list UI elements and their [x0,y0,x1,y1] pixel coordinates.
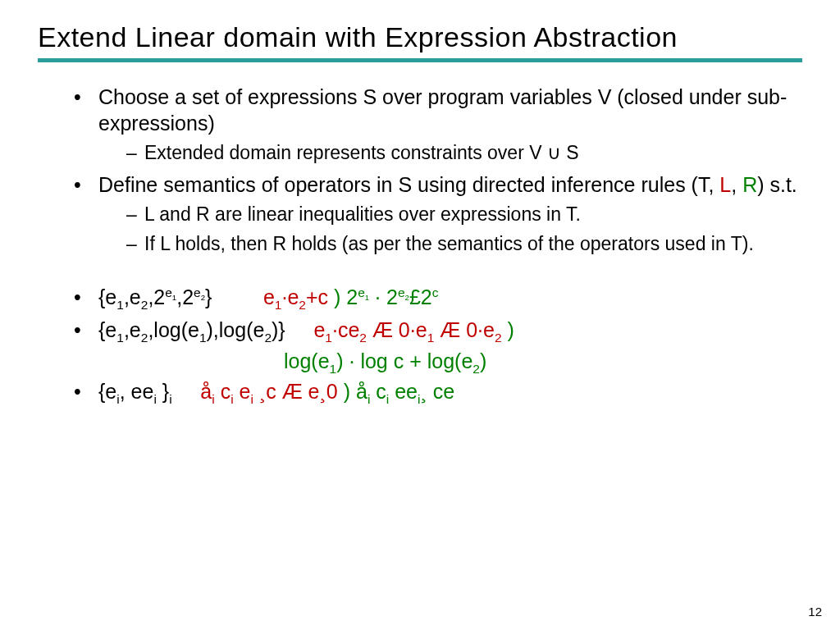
ex2-rhs: log(e1) · log c + log(e2) [284,349,802,373]
slide-title: Extend Linear domain with Expression Abs… [38,21,802,53]
example-list: {e1,e2,2e1,2e2} e1·e2+c ) 2e1 · 2e2£2c {… [74,284,802,343]
sub-bullet-1-1: Extended domain represents constraints o… [126,141,802,165]
ex3-lhs: åi ci ei ¸c Æ e¸0 [200,380,337,403]
ex1-lhs: e1·e2+c [263,285,328,308]
ex2-implies: ) [508,318,514,341]
title-underline [38,58,802,62]
sub-1-1-a: Extended domain represents constraints o… [144,142,547,163]
sub-bullet-2-1: L and R are linear inequalities over exp… [126,203,802,226]
bullet-1: Choose a set of expressions S over progr… [74,84,802,165]
spacer [38,262,802,284]
b2-R: R [742,173,757,196]
bullet-2: Define semantics of operators in S using… [74,171,802,256]
sub-1-1-b: S [561,142,579,163]
b2-end: ) s.t. [757,173,797,196]
bullet-1-text: Choose a set of expressions S over progr… [98,85,787,135]
b2-a: Define semantics of operators in S using… [98,173,719,196]
sub-list-2: L and R are linear inequalities over exp… [126,203,802,256]
b2-L: L [719,173,731,196]
example-1: {e1,e2,2e1,2e2} e1·e2+c ) 2e1 · 2e2£2c [74,284,802,310]
ex1-rhs: ) 2e1 · 2e2£2c [334,285,438,308]
page-number: 12 [808,605,822,619]
ex2-lhs: e1·ce2 Æ 0·e1 Æ 0·e2 [313,318,501,341]
slide: Extend Linear domain with Expression Abs… [0,0,840,404]
example-2: {e1,e2,log(e1),log(e2)} e1·ce2 Æ 0·e1 Æ … [74,317,802,343]
bullet-list: Choose a set of expressions S over progr… [74,84,802,256]
union-icon: ∪ [547,142,561,163]
example-3: {ei, eei }i åi ci ei ¸c Æ e¸0 ) åi ci ee… [74,378,802,404]
example-list-2: {ei, eei }i åi ci ei ¸c Æ e¸0 ) åi ci ee… [74,378,802,404]
b2-mid: , [731,173,742,196]
ex3-rhs: ) åi ci eei¸ ce [344,380,454,403]
sub-bullet-2-2: If L holds, then R holds (as per the sem… [126,232,802,256]
sub-list-1: Extended domain represents constraints o… [126,141,802,165]
